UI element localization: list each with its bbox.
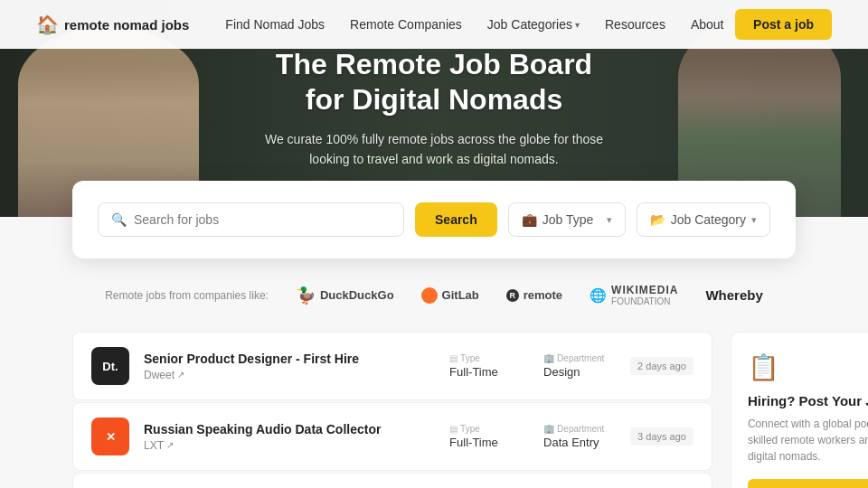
duckduckgo-name: DuckDuckGo: [320, 288, 394, 302]
company-duckduckgo[interactable]: 🦆 DuckDuckGo: [296, 286, 394, 305]
nav-find-jobs[interactable]: Find Nomad Jobs: [225, 17, 325, 32]
nav-remote-companies[interactable]: Remote Companies: [350, 17, 462, 32]
job-card[interactable]: Dt. Senior Product Designer - First Hire…: [72, 332, 712, 400]
search-section: 🔍 Search 💼 Job Type ▾ 📂 Job Category ▾: [0, 181, 868, 258]
job-main: Senior Product Designer - First Hire Dwe…: [144, 352, 435, 381]
job-category-label: Job Category: [671, 212, 746, 227]
company-remote[interactable]: R remote: [506, 288, 562, 302]
job-category-icon: 📂: [650, 212, 665, 227]
job-time: 2 days ago: [630, 357, 693, 375]
type-label: ▤ Type: [449, 424, 522, 434]
job-time: 3 days ago: [630, 427, 693, 446]
remote-icon: R: [506, 289, 519, 302]
hero-title: The Remote Job Board for Digital Nomads: [253, 47, 615, 117]
job-type-icon: 💼: [522, 212, 537, 227]
companies-label: Remote jobs from companies like:: [105, 289, 269, 302]
main-content: Dt. Senior Product Designer - First Hire…: [0, 332, 868, 488]
wikimedia-icon: 🌐: [590, 287, 607, 304]
nav-about[interactable]: About: [691, 17, 724, 32]
nav-resources[interactable]: Resources: [605, 17, 665, 32]
categories-chevron-icon: ▾: [575, 20, 580, 30]
post-job-button[interactable]: Post a job: [735, 9, 832, 40]
nav-links: Find Nomad Jobs Remote Companies Job Cat…: [225, 17, 735, 32]
wikimedia-sub: FOUNDATION: [611, 296, 678, 306]
job-card[interactable]: ✕ Russian Speaking Audio Data Collector …: [72, 402, 712, 471]
dept-icon: 🏢: [543, 424, 554, 434]
dept-value: Design: [543, 365, 616, 379]
company-link-icon: ↗: [166, 440, 174, 450]
navbar: 🏠 remote nomad jobs Find Nomad Jobs Remo…: [0, 0, 868, 49]
job-logo: ✕: [91, 418, 129, 455]
company-link-icon: ↗: [177, 370, 184, 380]
job-title: Senior Product Designer - First Hire: [144, 352, 435, 366]
job-dept-group: 🏢 Department Data Entry: [543, 424, 616, 449]
job-logo: Dt.: [91, 347, 129, 385]
remote-name: remote: [524, 288, 562, 302]
duckduckgo-icon: 🦆: [296, 286, 316, 305]
job-category-dropdown[interactable]: 📂 Job Category ▾: [637, 202, 770, 237]
search-input[interactable]: [134, 212, 391, 227]
type-label: ▤ Type: [449, 353, 522, 363]
company-gitlab[interactable]: GitLab: [421, 287, 479, 304]
post-job-card-icon: 📋: [748, 352, 868, 382]
type-icon: ▤: [449, 424, 458, 434]
wikimedia-name: WIKIMEDIA: [611, 284, 678, 296]
job-type-chevron-icon: ▾: [607, 214, 612, 226]
job-type-label: Job Type: [542, 212, 601, 227]
job-meta: ▤ Type Full-Time 🏢 Department Design: [449, 353, 616, 379]
search-input-wrap[interactable]: 🔍: [98, 202, 404, 237]
job-title: Russian Speaking Audio Data Collector: [144, 422, 435, 436]
search-box: 🔍 Search 💼 Job Type ▾ 📂 Job Category ▾: [72, 181, 796, 258]
type-icon: ▤: [449, 353, 458, 363]
job-category-chevron-icon: ▾: [751, 214, 757, 226]
brand[interactable]: 🏠 remote nomad jobs: [36, 14, 189, 35]
job-type-group: ▤ Type Full-Time: [449, 424, 522, 449]
dept-icon: 🏢: [543, 353, 554, 363]
job-card[interactable]: i Theme Developer (WordPress,CSS,Sass,HT…: [72, 473, 712, 488]
gitlab-name: GitLab: [442, 288, 479, 302]
search-button[interactable]: Search: [415, 202, 497, 237]
companies-section: Remote jobs from companies like: 🦆 DuckD…: [0, 258, 868, 332]
search-icon: 🔍: [111, 212, 127, 227]
type-value: Full-Time: [449, 365, 522, 379]
gitlab-icon: [421, 287, 438, 304]
post-job-card-title: Hiring? Post Your Job: [748, 393, 868, 408]
post-job-card: 📋 Hiring? Post Your Job Connect with a g…: [731, 332, 868, 488]
job-type-group: ▤ Type Full-Time: [449, 353, 522, 379]
post-job-card-desc: Connect with a global pool of skilled re…: [748, 416, 868, 465]
dept-label: 🏢 Department: [543, 424, 616, 434]
nav-job-categories[interactable]: Job Categories ▾: [487, 17, 580, 32]
company-whereby[interactable]: Whereby: [705, 287, 762, 303]
dept-label: 🏢 Department: [543, 353, 616, 363]
whereby-name: Whereby: [705, 287, 762, 303]
job-company: Dweet ↗: [144, 369, 435, 381]
job-type-dropdown[interactable]: 💼 Job Type ▾: [508, 202, 626, 237]
brand-name: remote nomad jobs: [64, 17, 189, 33]
brand-icon: 🏠: [36, 14, 59, 35]
sidebar: 📋 Hiring? Post Your Job Connect with a g…: [731, 332, 868, 488]
job-meta: ▤ Type Full-Time 🏢 Department Data Entry: [449, 424, 616, 449]
hero-content: The Remote Job Board for Digital Nomads …: [235, 47, 633, 170]
type-value: Full-Time: [449, 436, 522, 449]
hero-subtitle: We curate 100% fully remote jobs across …: [253, 129, 615, 170]
company-wikimedia[interactable]: 🌐 WIKIMEDIA FOUNDATION: [590, 284, 678, 306]
dept-value: Data Entry: [543, 436, 616, 449]
job-main: Russian Speaking Audio Data Collector LX…: [144, 422, 435, 452]
post-free-job-button[interactable]: Post a FREE job: [748, 479, 868, 488]
job-dept-group: 🏢 Department Design: [543, 353, 616, 379]
job-company: LXT ↗: [144, 439, 435, 452]
jobs-list: Dt. Senior Product Designer - First Hire…: [72, 332, 712, 488]
